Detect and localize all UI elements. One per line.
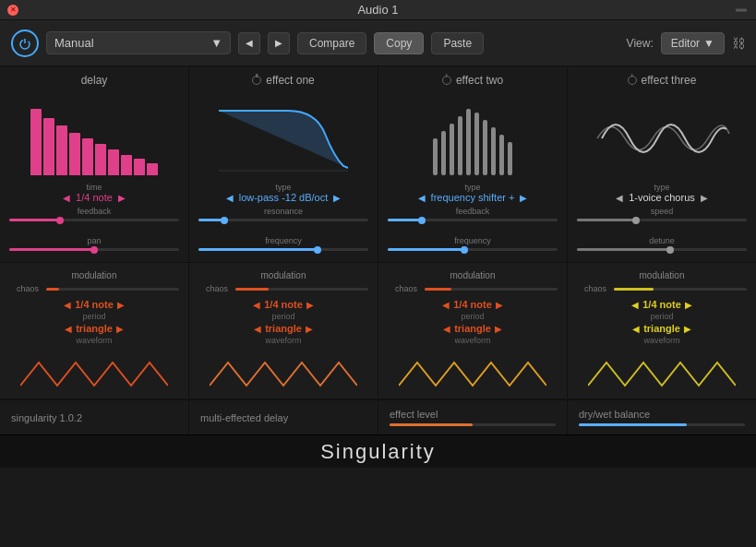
effect-two-chaos-slider[interactable]: [425, 288, 558, 291]
effect-three-waveform-prev[interactable]: ◀: [632, 324, 640, 334]
effects-row: delay time ◀ 1/4 note ▶: [0, 66, 756, 399]
effect-two-waveform-area: [388, 349, 558, 395]
effect-one-chaos-slider[interactable]: [235, 288, 368, 291]
effect-three-chaos-row: chaos: [577, 284, 747, 293]
prev-button[interactable]: ◀: [238, 32, 260, 54]
delay-waveform-next[interactable]: ▶: [116, 324, 124, 334]
effect-three-period-next[interactable]: ▶: [685, 300, 692, 310]
effect-two-waveform-prev[interactable]: ◀: [443, 324, 450, 334]
effect-three-speed-label: speed: [577, 207, 747, 216]
delay-feedback-section: feedback: [0, 203, 188, 232]
effect-two-viz: [378, 90, 567, 183]
effect-three-title: effect three: [642, 74, 697, 87]
delay-period-label: period: [9, 312, 179, 321]
effect-one-waveform-next[interactable]: ▶: [306, 324, 313, 334]
effect-two-type-label: type: [378, 183, 567, 192]
view-dropdown-arrow: ▼: [703, 37, 714, 50]
delay-bar-7: [108, 149, 119, 175]
effect-one-type-prev[interactable]: ◀: [224, 193, 235, 203]
multi-label-segment: multi-effected delay: [189, 400, 378, 434]
delay-waveform-prev[interactable]: ◀: [65, 324, 72, 334]
effect-three-waveform-next[interactable]: ▶: [684, 324, 691, 334]
copy-button[interactable]: Copy: [374, 32, 424, 54]
delay-feedback-slider[interactable]: [9, 219, 179, 221]
next-button[interactable]: ▶: [268, 32, 290, 54]
effect-level-slider[interactable]: [390, 423, 556, 426]
effect-two-waveform-value: triangle: [454, 323, 491, 334]
effect-three-speed-slider[interactable]: [577, 219, 747, 221]
effect-three-type-next[interactable]: ▶: [699, 193, 710, 203]
effect-one-header: effect one: [189, 66, 378, 90]
effect-three-viz: [568, 90, 756, 183]
effect-two-waveform-next[interactable]: ▶: [495, 324, 502, 334]
effect-one-type-label: type: [189, 183, 378, 192]
effect-two-mod-section: modulation chaos ◀ 1/4 note ▶ period ◀ t…: [378, 262, 567, 398]
effect-three-detune-slider[interactable]: [577, 248, 747, 251]
effect-one-period-row: ◀ 1/4 note ▶: [198, 299, 368, 310]
effect-three-mod-section: modulation chaos ◀ 1/4 note ▶ period ◀ t…: [568, 262, 756, 398]
lowpass-svg: [214, 101, 353, 175]
effect-three-type-value: 1-voice chorus: [629, 192, 695, 203]
dry-wet-slider[interactable]: [579, 423, 745, 426]
delay-time-prev[interactable]: ◀: [61, 193, 72, 203]
effect-one-waveform-value: triangle: [265, 323, 302, 334]
effect-three-chaos-label: chaos: [577, 284, 614, 293]
effect-two-feedback-label: feedback: [388, 207, 558, 216]
delay-period-row: ◀ 1/4 note ▶: [9, 299, 179, 310]
effect-two-feedback-slider[interactable]: [388, 219, 558, 221]
fs-line-7: [483, 120, 487, 175]
link-icon[interactable]: ⛓: [732, 36, 745, 51]
effect-three-detune-label: detune: [577, 236, 747, 245]
delay-pan-slider[interactable]: [9, 248, 179, 251]
minimize-button[interactable]: [736, 8, 747, 11]
effect-one-period-next[interactable]: ▶: [306, 300, 314, 310]
effect-one-type-next[interactable]: ▶: [331, 193, 342, 203]
effect-two-power-icon: [442, 76, 451, 85]
effect-two-chaos-label: chaos: [388, 284, 425, 293]
delay-chaos-slider[interactable]: [46, 288, 179, 291]
paste-button[interactable]: Paste: [431, 32, 484, 54]
compare-button[interactable]: Compare: [297, 32, 366, 54]
effect-one-type-value: low-pass -12 dB/oct: [239, 192, 329, 203]
fs-line-2: [441, 131, 446, 175]
effect-one-frequency-section: frequency: [189, 232, 378, 262]
effect-two-frequency-slider[interactable]: [388, 248, 558, 251]
effect-one-resonance-slider[interactable]: [198, 219, 368, 221]
effect-one-waveform-prev[interactable]: ◀: [254, 324, 261, 334]
preset-label: Manual: [54, 36, 94, 50]
power-button[interactable]: [11, 30, 39, 57]
delay-time-next[interactable]: ▶: [116, 193, 127, 203]
delay-feedback-label: feedback: [9, 207, 179, 216]
delay-bar-6: [95, 144, 106, 175]
effect-one-resonance-section: resonance: [189, 203, 378, 232]
effect-one-frequency-label: frequency: [198, 236, 368, 245]
delay-period-prev[interactable]: ◀: [64, 300, 71, 310]
effect-one-power-icon: [252, 76, 261, 85]
app-title-bar: Singularity: [0, 434, 756, 468]
delay-bar-3: [56, 125, 67, 175]
effect-two-period-prev[interactable]: ◀: [442, 300, 450, 310]
close-button[interactable]: ✕: [7, 5, 18, 16]
effect-one-waveform-svg: [210, 353, 357, 390]
preset-dropdown[interactable]: Manual ▼: [46, 31, 231, 54]
effect-one-viz: [189, 90, 378, 183]
effect-one-waveform-label: waveform: [198, 336, 368, 345]
delay-period-value: 1/4 note: [75, 299, 114, 310]
effect-three-type-prev[interactable]: ◀: [614, 193, 625, 203]
effect-two-type-prev[interactable]: ◀: [416, 193, 427, 203]
title-bar: ✕ Audio 1: [0, 0, 756, 20]
effect-three-chaos-slider[interactable]: [614, 288, 747, 291]
effect-two-title: effect two: [456, 74, 503, 87]
effect-one-period-prev[interactable]: ◀: [253, 300, 260, 310]
effect-two-period-next[interactable]: ▶: [496, 300, 503, 310]
delay-mod-title: modulation: [9, 270, 179, 280]
effect-three-period-prev[interactable]: ◀: [631, 300, 639, 310]
effect-two-period-value: 1/4 note: [453, 299, 492, 310]
view-dropdown[interactable]: Editor ▼: [661, 32, 725, 54]
delay-period-next[interactable]: ▶: [117, 300, 125, 310]
delay-time-label: time: [0, 183, 188, 192]
effect-two-type-next[interactable]: ▶: [518, 193, 529, 203]
effect-one-frequency-slider[interactable]: [198, 248, 368, 251]
delay-waveform-label: waveform: [9, 336, 179, 345]
effect-three-period-row: ◀ 1/4 note ▶: [577, 299, 747, 310]
